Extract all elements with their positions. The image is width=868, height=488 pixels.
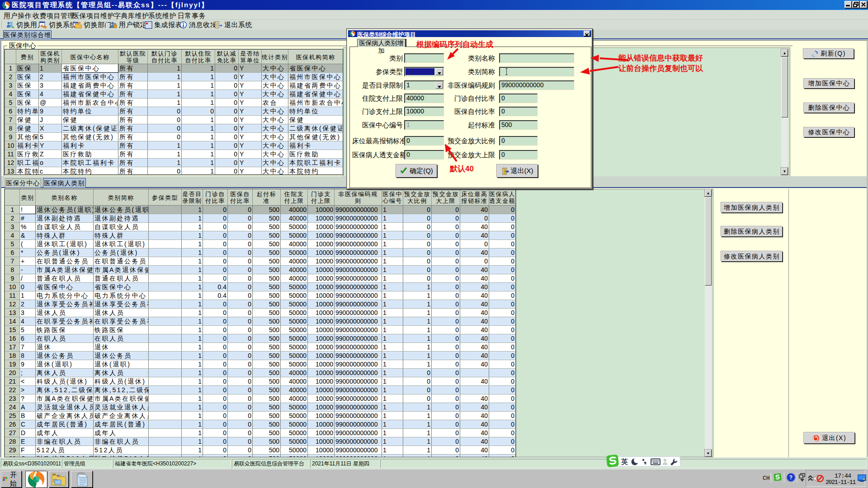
svg-text:?: ? xyxy=(789,474,793,481)
